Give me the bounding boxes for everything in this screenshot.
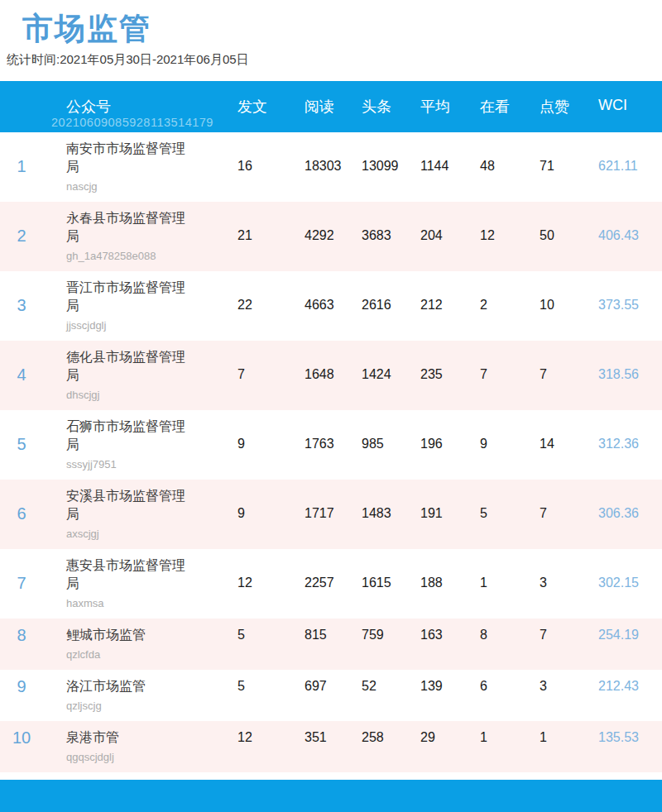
rank-number: 8: [0, 626, 43, 644]
likes-value: 7: [540, 365, 598, 403]
watching-value: 6: [480, 677, 540, 714]
account-id: nascjg: [66, 179, 237, 194]
average-value: 139: [420, 677, 480, 714]
average-value: 196: [420, 435, 480, 472]
account-id: sssyjj7951: [66, 457, 237, 472]
rank-number: 7: [0, 574, 43, 592]
account-name: 洛江市场监管: [66, 677, 192, 695]
table-body: 1 南安市市场监督管理局 nascjg 16 18303 13099 1144 …: [0, 132, 662, 772]
account-name: 石狮市市场监督管理局: [66, 418, 192, 454]
watching-value: 2: [480, 296, 540, 333]
posts-value: 12: [237, 574, 305, 611]
account-cell: 石狮市市场监督管理局 sssyjj7951: [66, 418, 237, 472]
headline-value: 1424: [362, 365, 420, 403]
rank-cell: 6: [0, 487, 66, 542]
reads-value: 4292: [305, 227, 362, 264]
watching-value: 1: [480, 574, 540, 611]
rank-column-header: [0, 81, 66, 117]
rank-cell: 5: [0, 418, 66, 472]
reads-value: 1763: [305, 435, 362, 472]
likes-value: 71: [540, 157, 598, 194]
column-header-posts: 发文: [237, 81, 305, 117]
account-name: 德化县市场监督管理局: [66, 348, 192, 385]
account-cell: 晋江市市场监督管理局 jjsscjdglj: [66, 279, 237, 333]
table-header: 公众号 发文 阅读 头条 平均 在看 点赞 WCI 20210609085928…: [0, 81, 662, 132]
reads-value: 351: [305, 728, 362, 765]
table-row: 10 泉港市管 qgqscjdglj 12 351 258 29 1 1 135…: [0, 721, 662, 772]
reads-value: 815: [305, 626, 362, 662]
account-id: qzljscjg: [66, 699, 237, 714]
rank-number: 9: [0, 677, 43, 695]
footer-bar: [0, 780, 662, 812]
wci-value: 306.36: [598, 504, 662, 542]
wci-value: 302.15: [598, 574, 662, 611]
rank-cell: 9: [0, 677, 66, 714]
likes-value: 50: [540, 227, 598, 264]
table-row: 5 石狮市市场监督管理局 sssyjj7951 9 1763 985 196 9…: [0, 410, 662, 480]
page-title: 市场监管: [22, 8, 151, 50]
table-row: 6 安溪县市场监督管理局 axscjgj 9 1717 1483 191 5 7…: [0, 480, 662, 549]
rank-number: 10: [0, 728, 43, 747]
rank-number: 3: [0, 296, 43, 314]
likes-value: 7: [540, 626, 598, 662]
table-row: 3 晋江市市场监督管理局 jjsscjdglj 22 4663 2616 212…: [0, 271, 662, 341]
table-row: 1 南安市市场监督管理局 nascjg 16 18303 13099 1144 …: [0, 132, 662, 202]
wci-value: 312.36: [598, 435, 662, 472]
likes-value: 3: [540, 574, 598, 611]
headline-value: 985: [362, 435, 420, 472]
wci-value: 212.43: [598, 677, 662, 714]
account-id: qgqscjdglj: [66, 750, 237, 765]
reads-value: 1648: [305, 365, 362, 403]
table-row: 4 德化县市场监督管理局 dhscjgj 7 1648 1424 235 7 7…: [0, 341, 662, 410]
watching-value: 8: [480, 626, 540, 662]
likes-value: 7: [540, 504, 598, 542]
ranking-report: 市场监管 统计时间:2021年05月30日-2021年06月05日 公众号 发文…: [0, 0, 662, 812]
headline-value: 1483: [362, 504, 420, 542]
watermark-id: 20210609085928113514179: [51, 116, 213, 129]
reads-value: 2257: [305, 574, 362, 611]
posts-value: 16: [237, 157, 305, 194]
table-row: 2 永春县市场监督管理局 gh_1a478258e088 21 4292 368…: [0, 202, 662, 271]
watching-value: 12: [480, 227, 540, 264]
column-header-watching: 在看: [480, 81, 540, 117]
posts-value: 12: [237, 728, 305, 765]
watching-value: 9: [480, 435, 540, 472]
reads-value: 4663: [305, 296, 362, 333]
account-cell: 德化县市场监督管理局 dhscjgj: [66, 348, 237, 403]
table-row: 9 洛江市场监管 qzljscjg 5 697 52 139 6 3 212.4…: [0, 670, 662, 721]
posts-value: 7: [237, 365, 305, 403]
table-row: 7 惠安县市场监督管理局 haxmsa 12 2257 1615 188 1 3…: [0, 549, 662, 619]
column-header-average: 平均: [420, 81, 480, 117]
rank-number: 1: [0, 157, 43, 175]
headline-value: 52: [362, 677, 420, 714]
watching-value: 48: [480, 157, 540, 194]
average-value: 212: [420, 296, 480, 333]
likes-value: 10: [540, 296, 598, 333]
rank-cell: 10: [0, 728, 66, 765]
rank-number: 6: [0, 504, 43, 523]
wci-value: 318.56: [598, 365, 662, 403]
posts-value: 9: [237, 435, 305, 472]
stat-period: 统计时间:2021年05月30日-2021年06月05日: [7, 52, 249, 68]
account-cell: 安溪县市场监督管理局 axscjgj: [66, 487, 237, 542]
account-id: axscjgj: [66, 527, 237, 542]
column-header-reads: 阅读: [305, 81, 362, 117]
rank-cell: 2: [0, 209, 66, 264]
likes-value: 1: [540, 728, 598, 765]
wci-value: 254.19: [598, 626, 662, 662]
headline-value: 2616: [362, 296, 420, 333]
account-id: gh_1a478258e088: [66, 249, 237, 264]
account-name: 晋江市市场监督管理局: [66, 279, 192, 315]
column-header-likes: 点赞: [540, 81, 598, 117]
account-cell: 洛江市场监管 qzljscjg: [66, 677, 237, 714]
average-value: 204: [420, 227, 480, 264]
posts-value: 5: [237, 677, 305, 714]
table-row: 8 鲤城市场监管 qzlcfda 5 815 759 163 8 7 254.1…: [0, 619, 662, 670]
watching-value: 5: [480, 504, 540, 542]
account-name: 安溪县市场监督管理局: [66, 487, 192, 523]
average-value: 1144: [420, 157, 480, 194]
posts-value: 21: [237, 227, 305, 264]
rank-number: 4: [0, 365, 43, 384]
headline-value: 258: [362, 728, 420, 765]
reads-value: 18303: [305, 157, 362, 194]
